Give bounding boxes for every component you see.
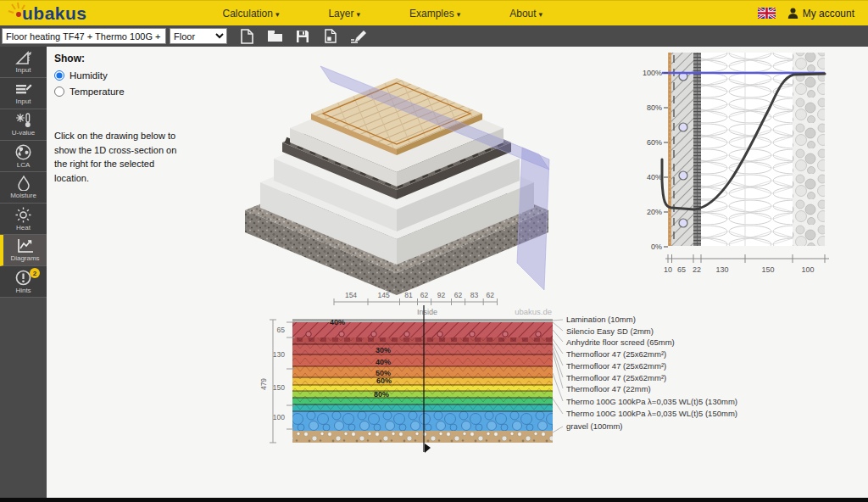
- inside-label: Inside: [417, 308, 437, 316]
- svg-text:81: 81: [404, 291, 413, 299]
- app-logo[interactable]: ubakus: [22, 4, 87, 22]
- layer-label: gravel (100mm): [566, 421, 623, 431]
- sidebar-item-heat[interactable]: Heat: [0, 204, 47, 235]
- new-file-button[interactable]: [237, 28, 256, 45]
- chevron-down-icon: ▾: [275, 10, 280, 19]
- sidebar-item-input-layers[interactable]: Input: [0, 78, 47, 109]
- svg-text:100: 100: [801, 265, 814, 274]
- construction-3d-drawing[interactable]: [193, 42, 559, 295]
- humidity-diagram[interactable]: 154 145 81 62 92 62 83 62 Inside ubakus.…: [254, 288, 868, 465]
- svg-text:65: 65: [677, 265, 686, 274]
- header-bar: ubakus Calculation▾ Layer▾ Examples▾ Abo…: [0, 0, 868, 25]
- layer-label: Thermo 100G 100kPa λ=0,035 WL(t)5 (130mm…: [566, 397, 737, 406]
- show-label: Show:: [54, 53, 200, 64]
- strip-thermofloor: [693, 53, 701, 246]
- sidebar-item-label: Heat: [16, 224, 31, 231]
- logo-text: ubakus: [22, 3, 87, 23]
- sign-pen-button[interactable]: [349, 28, 368, 45]
- svg-text:60%: 60%: [647, 138, 662, 147]
- chart-icon: [17, 238, 34, 254]
- svg-text:479: 479: [259, 378, 268, 390]
- layer-label: Thermofloor 47 (22mm): [566, 384, 651, 393]
- svg-text:150: 150: [761, 265, 774, 274]
- svg-text:20%: 20%: [647, 208, 662, 216]
- menu-examples[interactable]: Examples▾: [409, 8, 460, 20]
- sidebar-item-input-geometry[interactable]: Input: [0, 47, 47, 78]
- radio-temperature[interactable]: Temperature: [54, 86, 200, 97]
- ubakus-app: ubakus Calculation▾ Layer▾ Examples▾ Abo…: [0, 0, 868, 502]
- project-name-input[interactable]: [2, 28, 166, 44]
- sidebar-item-hints[interactable]: 2 Hints: [0, 266, 47, 298]
- sidebar-item-moisture[interactable]: Moisture: [0, 172, 47, 204]
- svg-text:62: 62: [486, 291, 494, 299]
- snowflake-thermometer-icon: [15, 113, 32, 128]
- moisture-point[interactable]: [679, 219, 687, 227]
- layer-label: Silencio Easy SD (2mm): [566, 326, 654, 336]
- sign-pen-icon: [350, 30, 367, 43]
- band-gravel-wet: [292, 411, 553, 431]
- svg-text:130: 130: [715, 265, 728, 274]
- component-select[interactable]: Floor: [170, 28, 227, 44]
- humidity-bands[interactable]: [292, 320, 553, 443]
- top-dimensions: 154 145 81 62 92 62 83 62: [334, 291, 498, 305]
- temperature-radio[interactable]: [54, 86, 64, 97]
- language-flag-uk-icon[interactable]: [758, 8, 776, 19]
- sidebar-item-label: Input: [16, 66, 31, 74]
- droplet-icon: [18, 176, 30, 191]
- chevron-down-icon: ▾: [356, 10, 360, 19]
- sidebar-item-lca[interactable]: LCA: [0, 141, 47, 172]
- open-folder-button[interactable]: [265, 28, 284, 45]
- humidity-radio[interactable]: [54, 70, 64, 81]
- band-gravel: [292, 431, 553, 443]
- radio-humidity[interactable]: Humidity: [54, 70, 200, 81]
- section-materials[interactable]: [668, 53, 825, 246]
- save-button[interactable]: [293, 28, 312, 45]
- sun-icon: [15, 207, 31, 223]
- sidebar-item-label: Input: [16, 98, 31, 105]
- moisture-point[interactable]: [679, 123, 687, 131]
- svg-text:65: 65: [277, 326, 286, 334]
- y-axis: 100% 80% 60% 40% 20% 0%: [643, 69, 668, 251]
- svg-text:10: 10: [664, 265, 672, 274]
- sidebar-item-label: Moisture: [10, 192, 36, 199]
- strip-insulation: [701, 53, 793, 246]
- globe-icon: [15, 144, 31, 160]
- svg-text:62: 62: [454, 291, 463, 299]
- layer-label: Thermofloor 47 (25x62mm²): [566, 349, 666, 359]
- layer-label: Thermofloor 47 (25x62mm²): [566, 373, 666, 382]
- svg-text:0%: 0%: [651, 243, 662, 251]
- layer-label: Anhydrite floor screed (65mm): [566, 337, 675, 347]
- sidebar-item-label: Hints: [15, 287, 31, 294]
- svg-text:30%: 30%: [376, 346, 391, 354]
- chevron-down-icon: ▾: [539, 10, 543, 19]
- menu-layer[interactable]: Layer▾: [328, 8, 360, 20]
- pdf-export-button[interactable]: [321, 28, 340, 45]
- x-axis: 10 65 22 130 150 100: [664, 254, 829, 274]
- layer-legend: Lamination (10mm) Silencio Easy SD (2mm)…: [566, 315, 737, 431]
- sidebar-item-u-value[interactable]: U-value: [0, 109, 47, 141]
- save-icon: [296, 30, 309, 43]
- svg-text:40%: 40%: [376, 358, 391, 366]
- svg-text:40%: 40%: [330, 318, 345, 326]
- svg-text:80%: 80%: [374, 390, 389, 399]
- svg-text:100%: 100%: [643, 69, 662, 77]
- user-icon: [787, 8, 798, 19]
- open-folder-icon: [267, 30, 283, 42]
- menu-about[interactable]: About▾: [509, 8, 542, 20]
- menu-calculation[interactable]: Calculation▾: [223, 8, 280, 20]
- my-account-button[interactable]: My account: [787, 8, 854, 20]
- bottom-edge-bar: [0, 498, 868, 502]
- pdf-icon: [325, 29, 337, 43]
- sidebar-item-label: U-value: [12, 129, 36, 137]
- moisture-point[interactable]: [679, 171, 687, 180]
- svg-text:80%: 80%: [647, 103, 662, 112]
- strip-lamination: [668, 53, 671, 246]
- hints-badge: 2: [30, 268, 40, 278]
- cross-section-chart: 100% 80% 60% 40% 20% 0% 10 65 22 130 150…: [640, 47, 867, 277]
- sidebar-item-diagrams[interactable]: Diagrams: [0, 235, 47, 266]
- sidebar-item-label: LCA: [17, 161, 31, 169]
- svg-text:100: 100: [273, 413, 285, 421]
- svg-text:92: 92: [437, 291, 446, 299]
- strip-gravel: [793, 53, 825, 246]
- svg-text:130: 130: [273, 350, 285, 359]
